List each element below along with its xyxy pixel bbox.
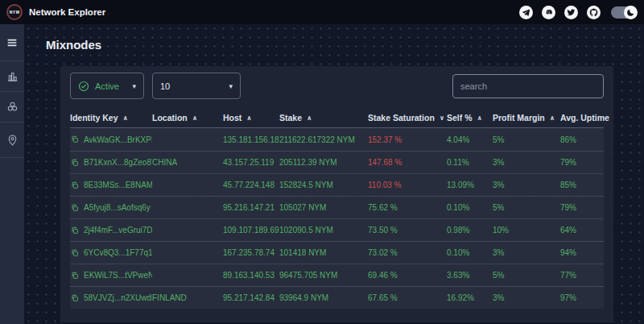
stake-cell: 205112.39 NYM — [279, 158, 368, 167]
identity-key-link[interactable]: AvkWaGK...BrKXPRFD — [84, 135, 152, 144]
sort-asc-icon: ∧ — [123, 114, 129, 122]
host-cell: 135.181.156.18 — [223, 135, 279, 144]
stake-saturation-cell: 75.62 % — [368, 203, 447, 212]
sidebar-item-menu[interactable] — [0, 24, 24, 61]
page-title: Mixnodes — [46, 38, 644, 52]
self-percent-cell: 0.11% — [447, 158, 493, 167]
stake-saturation-cell: 147.68 % — [368, 158, 447, 167]
sidebar-item-location-pin[interactable] — [0, 123, 24, 158]
self-percent-cell: 0.98% — [447, 226, 493, 235]
mixnodes-panel: Active ▾ 10 ▾ Identity Key∧Location∧Host… — [60, 66, 613, 322]
table-row[interactable]: 2j4f4mF...veGrui7D109.107.189.69102090.5… — [70, 218, 604, 241]
sidebar-item-nodes[interactable] — [0, 92, 24, 123]
identity-key-link[interactable]: 58VJVZj...n2XUwdkU — [84, 293, 152, 302]
table-row[interactable]: EKWiL7S...tVPweNmt89.163.140.5396475.705… — [70, 264, 604, 286]
table-row[interactable]: B71KxnX...8gZeo8YxCHINA43.157.25.1192051… — [70, 151, 604, 173]
self-percent-cell: 16.92% — [447, 293, 493, 302]
telegram-icon[interactable] — [519, 6, 533, 19]
identity-key-link[interactable]: 6YCv8Q3...1F77q1yV — [84, 248, 152, 257]
column-label: Avg. Uptime — [560, 113, 609, 123]
avg-uptime-cell: 64% — [560, 226, 604, 235]
self-percent-cell: 3.63% — [447, 271, 493, 280]
column-label: Location — [152, 113, 188, 123]
column-header-self[interactable]: Self %∧ — [447, 113, 493, 123]
avg-uptime-cell: 77% — [560, 271, 604, 280]
host-cell: 95.216.147.21 — [223, 203, 279, 212]
identity-key-link[interactable]: A5fyuj8...sAofsq6y — [84, 203, 151, 212]
column-header-identity-key[interactable]: Identity Key∧ — [70, 113, 152, 123]
copy-icon[interactable] — [71, 294, 79, 302]
twitter-icon[interactable] — [564, 6, 578, 19]
identity-key-cell: B71KxnX...8gZeo8Yx — [70, 158, 152, 167]
profit-margin-cell: 3% — [493, 248, 560, 257]
stake-saturation-cell: 67.65 % — [368, 293, 447, 302]
identity-key-link[interactable]: 2j4f4mF...veGrui7D — [84, 226, 152, 235]
sort-desc-icon: ∨ — [440, 114, 445, 122]
stake-cell: 152824.5 NYM — [279, 181, 368, 189]
location-cell: CHINA — [152, 158, 223, 167]
stake-saturation-cell: 73.02 % — [368, 248, 447, 257]
status-filter-select[interactable]: Active ▾ — [70, 73, 144, 99]
copy-icon[interactable] — [71, 135, 79, 143]
column-label: Host — [223, 113, 242, 123]
identity-key-cell: 2j4f4mF...veGrui7D — [70, 226, 152, 235]
copy-icon[interactable] — [71, 204, 79, 212]
sort-asc-icon: ∧ — [192, 114, 198, 122]
table-row[interactable]: 8E33MSs...E8NAMxL345.77.224.148152824.5 … — [70, 173, 604, 196]
column-header-avg-uptime[interactable]: Avg. Uptime∧ — [560, 113, 613, 123]
profit-margin-cell: 5% — [493, 271, 560, 280]
profit-margin-cell: 10% — [493, 226, 560, 235]
stake-saturation-cell: 73.50 % — [368, 226, 447, 235]
copy-icon[interactable] — [71, 272, 79, 280]
github-icon[interactable] — [587, 6, 601, 19]
profit-margin-cell: 5% — [493, 135, 560, 144]
column-header-stake[interactable]: Stake∧ — [279, 113, 368, 123]
avg-uptime-cell: 79% — [560, 203, 604, 212]
self-percent-cell: 4.04% — [447, 135, 493, 144]
self-percent-cell: 13.09% — [447, 181, 493, 189]
identity-key-cell: EKWiL7S...tVPweNmt — [70, 271, 152, 280]
identity-key-link[interactable]: B71KxnX...8gZeo8Yx — [84, 158, 152, 167]
table-row[interactable]: 58VJVZj...n2XUwdkUFINLAND95.217.142.8493… — [70, 286, 604, 309]
copy-icon[interactable] — [71, 159, 79, 167]
avg-uptime-cell: 86% — [560, 135, 604, 144]
stake-cell: 93964.9 NYM — [279, 293, 368, 302]
column-header-host[interactable]: Host∧ — [223, 113, 279, 123]
table-row[interactable]: 6YCv8Q3...1F77q1yV167.235.78.74101418 NY… — [70, 241, 604, 264]
table-row[interactable]: AvkWaGK...BrKXPRFD135.181.156.18211622.6… — [70, 128, 604, 151]
brand-title: Network Explorer — [29, 7, 105, 17]
sidebar-item-bar-chart[interactable] — [0, 61, 24, 92]
nym-logo-text: NYM — [10, 10, 20, 15]
column-label: Self % — [447, 113, 473, 123]
status-filter-value: Active — [95, 81, 119, 91]
copy-icon[interactable] — [71, 249, 79, 257]
sort-asc-icon: ∧ — [307, 114, 312, 122]
stake-cell: 105027 NYM — [279, 203, 368, 212]
discord-icon[interactable] — [542, 6, 555, 19]
copy-icon[interactable] — [71, 226, 79, 235]
stake-cell: 96475.705 NYM — [279, 271, 368, 280]
host-cell: 109.107.189.69 — [223, 226, 279, 235]
theme-toggle[interactable] — [611, 6, 636, 19]
column-header-profit-margin[interactable]: Profit Margin∧ — [493, 113, 560, 123]
identity-key-link[interactable]: 8E33MSs...E8NAMxL3 — [84, 181, 152, 189]
check-circle-icon — [78, 81, 89, 92]
nym-logo[interactable]: NYM — [6, 4, 23, 20]
table-body: AvkWaGK...BrKXPRFD135.181.156.18211622.6… — [70, 128, 604, 309]
stake-cell: 102090.5 NYM — [279, 226, 368, 235]
column-header-stake-saturation[interactable]: Stake Saturation∨ — [368, 113, 447, 123]
identity-key-link[interactable]: EKWiL7S...tVPweNmt — [84, 271, 152, 280]
avg-uptime-cell: 85% — [560, 181, 604, 189]
column-header-location[interactable]: Location∧ — [152, 113, 223, 123]
identity-key-cell: AvkWaGK...BrKXPRFD — [70, 135, 152, 144]
sort-asc-icon: ∧ — [246, 114, 252, 122]
search-input[interactable] — [452, 74, 604, 98]
moon-icon — [624, 6, 638, 19]
sidebar — [0, 24, 24, 324]
copy-icon[interactable] — [71, 181, 79, 189]
page-size-select[interactable]: 10 ▾ — [152, 73, 241, 99]
table-row[interactable]: A5fyuj8...sAofsq6y95.216.147.21105027 NY… — [70, 196, 604, 218]
identity-key-cell: 8E33MSs...E8NAMxL3 — [70, 181, 152, 189]
stake-saturation-cell: 110.03 % — [368, 181, 447, 189]
profit-margin-cell: 3% — [493, 181, 560, 189]
